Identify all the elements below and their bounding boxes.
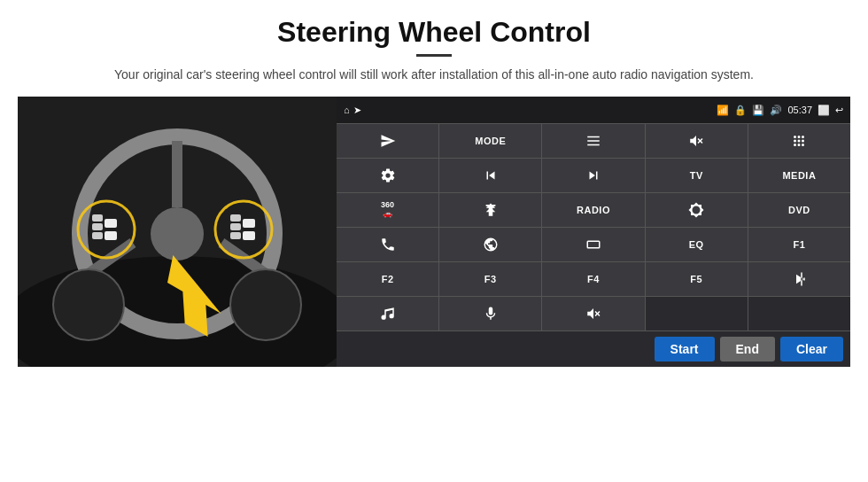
subtitle: Your original car's steering wheel contr… [0, 66, 868, 84]
svg-rect-20 [243, 231, 255, 240]
bt-icon: 🔊 [770, 105, 782, 116]
svg-rect-11 [92, 214, 103, 222]
btn-media[interactable]: MEDIA [748, 159, 850, 192]
btn-empty-2 [748, 297, 850, 330]
end-button[interactable]: End [720, 337, 775, 362]
btn-list[interactable] [542, 124, 644, 158]
wifi-icon: 📶 [717, 105, 729, 116]
btn-empty-1 [646, 297, 748, 330]
button-grid: MODE TV ME [337, 123, 850, 330]
btn-send[interactable] [337, 124, 438, 158]
btn-mode[interactable]: MODE [439, 124, 541, 158]
svg-rect-12 [92, 223, 103, 230]
clear-button[interactable]: Clear [780, 337, 843, 362]
btn-apps[interactable] [748, 124, 850, 158]
svg-rect-13 [92, 232, 103, 239]
btn-eq[interactable]: EQ [646, 228, 748, 261]
svg-rect-16 [230, 214, 241, 222]
svg-point-7 [53, 269, 124, 340]
btn-vol-hangup[interactable] [542, 297, 644, 330]
back-icon[interactable]: ↩ [835, 105, 843, 116]
btn-360cam[interactable]: 360🚗 [337, 193, 438, 227]
btn-rectangle[interactable] [542, 228, 644, 261]
btn-settings[interactable] [337, 159, 438, 192]
btn-radio[interactable]: RADIO [542, 193, 644, 227]
btn-mute[interactable] [646, 124, 748, 158]
btn-f2[interactable]: F2 [337, 262, 438, 296]
status-bar: ⌂ ➤ 📶 🔒 💾 🔊 05:37 ⬜ ↩ [337, 97, 850, 123]
svg-point-3 [151, 207, 204, 260]
sd-icon: 💾 [752, 105, 764, 116]
btn-music[interactable] [337, 297, 438, 330]
home-icon[interactable]: ⌂ [344, 105, 350, 115]
start-button[interactable]: Start [655, 337, 715, 362]
page-title: Steering Wheel Control [0, 0, 868, 49]
title-underline [416, 54, 452, 57]
btn-f3[interactable]: F3 [439, 262, 541, 296]
btn-tv[interactable]: TV [646, 159, 748, 192]
btn-brightness[interactable] [646, 193, 748, 227]
btn-eject[interactable] [439, 193, 541, 227]
svg-rect-14 [105, 219, 117, 228]
btn-f4[interactable]: F4 [542, 262, 644, 296]
btn-mic[interactable] [439, 297, 541, 330]
content-area: ⌂ ➤ 📶 🔒 💾 🔊 05:37 ⬜ ↩ MODE [0, 97, 868, 367]
btn-f1[interactable]: F1 [748, 228, 850, 261]
svg-point-8 [230, 269, 301, 340]
btn-globe[interactable] [439, 228, 541, 261]
screen-icon: ⬜ [818, 105, 830, 116]
time-display: 05:37 [787, 105, 812, 115]
btn-dvd[interactable]: DVD [748, 193, 850, 227]
btn-playpause[interactable] [748, 262, 850, 296]
svg-rect-15 [105, 231, 117, 240]
lock-icon: 🔒 [734, 105, 747, 116]
nav-icon[interactable]: ➤ [353, 105, 361, 116]
svg-rect-19 [243, 219, 255, 228]
svg-rect-18 [230, 232, 241, 239]
steering-wheel-image [18, 97, 337, 367]
btn-prev[interactable] [439, 159, 541, 192]
btn-phone[interactable] [337, 228, 438, 261]
bottom-bar: Start End Clear [337, 330, 850, 367]
control-panel: ⌂ ➤ 📶 🔒 💾 🔊 05:37 ⬜ ↩ MODE [337, 97, 850, 367]
status-right: 📶 🔒 💾 🔊 05:37 ⬜ ↩ [717, 105, 843, 116]
svg-rect-17 [230, 223, 241, 230]
status-left: ⌂ ➤ [344, 105, 361, 116]
btn-f5[interactable]: F5 [646, 262, 748, 296]
svg-rect-22 [587, 241, 600, 248]
btn-next[interactable] [542, 159, 644, 192]
